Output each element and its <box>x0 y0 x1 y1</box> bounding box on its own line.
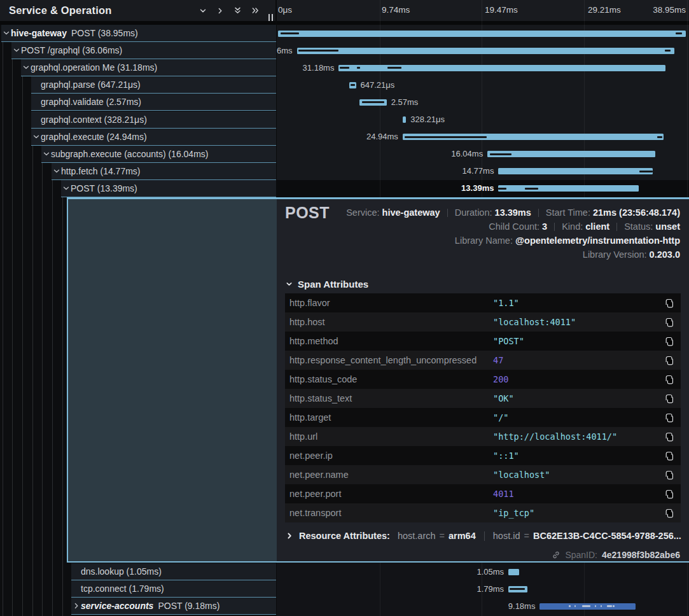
resource-separator <box>484 531 485 541</box>
span-bar[interactable] <box>539 603 636 610</box>
chevron-down-icon[interactable] <box>61 185 71 192</box>
attribute-key: http.host <box>289 317 493 327</box>
copy-icon[interactable] <box>665 318 674 327</box>
span-bar[interactable] <box>498 168 653 174</box>
chevrons-down-icon[interactable] <box>233 6 242 15</box>
copy-icon[interactable] <box>665 470 674 480</box>
tree-row[interactable]: POST /graphql (36.06ms) <box>11 42 276 59</box>
span-bar[interactable] <box>359 99 386 106</box>
span-meta-line: Library Name: @opentelemetry/instrumenta… <box>346 234 680 248</box>
span-duration-label: 14.77ms <box>463 167 494 176</box>
attribute-key: net.peer.port <box>289 489 493 499</box>
copy-icon[interactable] <box>665 394 674 403</box>
attribute-value: "::1" <box>493 451 665 461</box>
tree-row[interactable]: dns.lookup (1.05ms) <box>71 563 276 580</box>
span-duration-label: 9.18ms <box>508 602 536 611</box>
indent-guide <box>32 146 33 616</box>
span-duration-label: 1.79ms <box>477 585 504 594</box>
span-duration-label: 647.21μs <box>361 81 395 90</box>
span-duration-label: 31.18ms <box>303 64 335 73</box>
resource-attributes-heading: Resource Attributes: <box>299 531 390 541</box>
resource-attributes-row[interactable]: Resource Attributes:host.arch=arm64host.… <box>286 531 681 541</box>
chevron-down-icon[interactable] <box>1 29 11 37</box>
copy-icon[interactable] <box>665 356 674 365</box>
chevron-down-icon[interactable] <box>21 64 31 71</box>
span-bar[interactable] <box>508 569 519 575</box>
span-bar[interactable] <box>297 48 674 54</box>
resource-value: BC62E13B-C4CC-5854-9788-256... <box>533 531 681 541</box>
span-bar[interactable] <box>403 116 406 123</box>
span-duration-label: 328.21μs <box>410 115 445 124</box>
copy-icon[interactable] <box>665 413 674 423</box>
chevron-down-icon[interactable] <box>52 167 61 175</box>
span-bar[interactable] <box>338 65 665 71</box>
chevron-down-icon[interactable] <box>199 7 207 15</box>
span-child-mark <box>601 605 602 607</box>
chevron-right-icon[interactable] <box>71 602 81 610</box>
panel-resize-handle[interactable] <box>268 14 273 21</box>
span-child-mark <box>607 605 612 607</box>
attribute-row: http.url"http://localhost:4011/" <box>285 427 681 446</box>
indent-guide <box>42 163 43 616</box>
span-duration-label: 24.94ms <box>366 132 398 141</box>
span-bar[interactable] <box>278 31 686 37</box>
resource-key: host.id <box>493 531 520 541</box>
selected-span-expansion <box>67 199 277 561</box>
chevron-down-icon[interactable] <box>31 133 41 141</box>
attribute-key: net.peer.name <box>289 470 493 480</box>
attribute-value: "1.1" <box>493 298 665 308</box>
meta-separator <box>554 223 555 231</box>
copy-icon[interactable] <box>665 508 674 518</box>
attribute-key: net.peer.ip <box>289 451 493 461</box>
tree-row[interactable]: http.fetch (14.77ms) <box>52 163 276 180</box>
tree-row[interactable]: hive-gatewayPOST (38.95ms) <box>1 25 276 42</box>
span-child-mark <box>405 136 487 138</box>
attribute-value: "localhost" <box>493 470 665 480</box>
meta-label: Kind: <box>562 221 583 232</box>
attribute-row: http.status_code200 <box>285 370 681 389</box>
copy-icon[interactable] <box>665 451 674 461</box>
copy-icon[interactable] <box>665 489 674 499</box>
span-bar[interactable] <box>403 134 664 140</box>
span-bar[interactable] <box>508 586 527 592</box>
tree-row[interactable]: tcp.connect (1.79ms) <box>71 580 276 598</box>
meta-value: 21ms (23:56:48.174) <box>593 207 680 218</box>
chevrons-right-icon[interactable] <box>251 6 260 15</box>
attribute-row: net.transport"ip_tcp" <box>285 503 681 522</box>
tree-row[interactable]: graphql.parse (647.21μs) <box>31 76 276 94</box>
span-duration-label: 13.39ms <box>461 184 494 193</box>
tree-row[interactable]: service-accountsPOST (9.18ms) <box>71 598 276 615</box>
meta-value: 13.39ms <box>495 207 531 218</box>
span-bar[interactable] <box>487 151 655 157</box>
copy-icon[interactable] <box>665 337 674 346</box>
span-attributes-header[interactable]: Span Attributes <box>286 279 368 290</box>
copy-icon[interactable] <box>665 298 674 308</box>
copy-icon[interactable] <box>665 432 674 442</box>
span-name-label: dns.lookup (1.05ms) <box>81 566 162 577</box>
chevron-down-icon[interactable] <box>41 150 51 158</box>
chevron-right-icon[interactable] <box>216 7 224 15</box>
tree-row[interactable]: POST (13.39ms) <box>61 180 276 197</box>
span-child-mark <box>387 67 402 69</box>
span-bar[interactable] <box>498 185 638 192</box>
tree-row[interactable]: graphql.validate (2.57ms) <box>31 94 276 111</box>
span-id-label: SpanID: <box>565 550 597 560</box>
span-duration-label: 16.04ms <box>451 150 483 158</box>
span-child-mark <box>351 84 355 86</box>
indent-guide <box>12 59 13 616</box>
span-duration-label: 1.05ms <box>477 568 504 577</box>
attribute-key: http.response_content_length_uncompresse… <box>289 355 493 365</box>
attribute-key: http.method <box>289 336 493 346</box>
span-name-label: subgraph.execute (accounts) (16.04ms) <box>51 149 208 159</box>
span-child-mark <box>340 67 349 69</box>
span-bar[interactable] <box>349 82 356 88</box>
copy-icon[interactable] <box>665 375 674 384</box>
chevron-down-icon[interactable] <box>11 46 21 54</box>
link-icon[interactable] <box>552 550 560 559</box>
tree-row[interactable]: graphql.execute (24.94ms) <box>31 129 276 146</box>
meta-value: 3 <box>542 221 547 232</box>
tree-row[interactable]: graphql.context (328.21μs) <box>31 111 276 129</box>
tree-row[interactable]: graphql.operation Me (31.18ms) <box>21 59 276 76</box>
tree-row[interactable]: subgraph.execute (accounts) (16.04ms) <box>41 146 276 163</box>
span-name-label: graphql.operation Me (31.18ms) <box>31 62 157 73</box>
